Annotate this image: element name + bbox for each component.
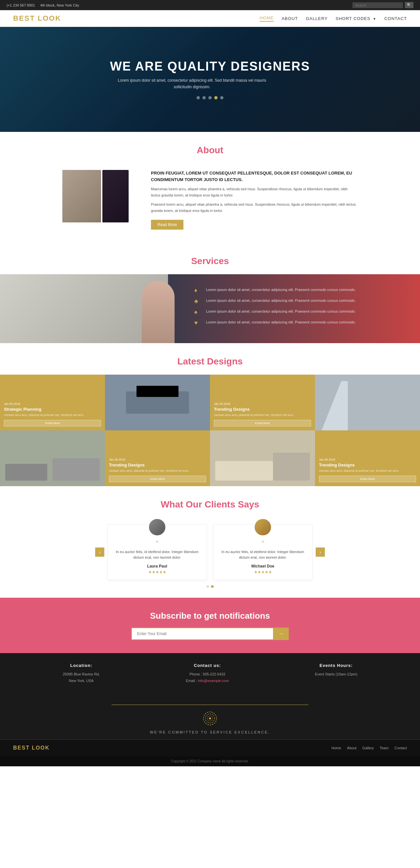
about-title: About [0, 145, 420, 155]
t-dot-2[interactable] [211, 585, 214, 588]
service-text-3: Lorem ipsum dolor sit amet, consectetur … [206, 309, 356, 314]
top-bar-search[interactable]: 🔍 [352, 2, 414, 8]
phone: (+1 234 567 8901 [6, 3, 35, 7]
nav-home[interactable]: HOME [260, 16, 274, 22]
know-more-btn-8[interactable]: Know More [319, 476, 416, 482]
subscribe-form: → [131, 627, 289, 640]
hero-dot-5[interactable] [220, 96, 223, 99]
footer-nav-gallery[interactable]: Gallery [362, 746, 374, 750]
subscribe-button[interactable]: → [274, 627, 289, 640]
testimonial-prev[interactable]: ‹ [95, 548, 104, 557]
testimonial-stars-1: ★★★★★ [113, 570, 201, 575]
hero-dot-4[interactable] [214, 96, 217, 99]
hero-dots [110, 96, 310, 99]
testimonials-wrapper-outer: ‹ " In eu auctor felis, id eleifend dolo… [0, 518, 420, 598]
know-more-btn-1[interactable]: Know More [4, 420, 101, 427]
main-nav: HOME ABOUT GALLERY SHORT CODES ▼ CONTACT [260, 16, 407, 22]
design-overlay-1: Jan.05.2018 Strategic Planning Aenean ar… [0, 375, 105, 430]
address: 4th block, New York City [40, 3, 80, 7]
testimonial-stars-2: ★★★★★ [219, 570, 307, 575]
service-item-2: ♣ Lorem ipsum dolor sit amet, consectetu… [194, 298, 410, 305]
design-desc-6: Aenean arcu arcu, placerat at pulvinar n… [109, 469, 206, 473]
design-photo-stairs [315, 375, 420, 430]
svg-rect-2 [137, 386, 179, 397]
services-banner: ♦ Lorem ipsum dolor sit amet, consectetu… [0, 274, 420, 343]
service-text-4: Lorem ipsum dolor sit amet, consectetur … [206, 319, 356, 325]
nav-shortcodes[interactable]: SHORT CODES ▼ [336, 16, 377, 21]
design-card-1: Jan.05.2018 Strategic Planning Aenean ar… [0, 375, 105, 430]
testimonial-next[interactable]: › [316, 548, 325, 557]
footer-nav-team[interactable]: Team [380, 746, 389, 750]
about-content: PROIN FEUGIAT, LOREM UT CONSEQUAT PELLEN… [0, 163, 420, 243]
hero-dot-1[interactable] [197, 96, 200, 99]
design-card-6: Jan.08.2018 Trending Designs Aenean arcu… [105, 430, 210, 486]
nav-about[interactable]: ABOUT [281, 16, 298, 21]
footer-logo-center: We're Committed to Service Excellence. [0, 694, 420, 739]
footer-hours-text: Event Starts (10am-12pm) [315, 671, 357, 678]
about-image-1 [62, 170, 101, 222]
nav-contact[interactable]: CONTACT [384, 16, 407, 21]
testimonial-avatar-2 [253, 518, 272, 536]
footer-email: Email : info@example.com [186, 678, 229, 684]
subscribe-section: Subscribe to get notifications → [0, 598, 420, 653]
top-bar: (+1 234 567 8901 4th block, New York Cit… [0, 0, 420, 10]
read-more-button[interactable]: Read More [151, 220, 183, 229]
service-item-3: ♠ Lorem ipsum dolor sit amet, consectetu… [194, 309, 410, 316]
design-date-8: Jan.05.2018 [319, 458, 416, 461]
about-para2: Praesent lorem arcu, aliquet vitae phare… [151, 202, 358, 214]
testimonials-wrapper: ‹ " In eu auctor felis, id eleifend dolo… [95, 524, 325, 580]
design-desc-8: Aenean arcu arcu, placerat at pulvinar n… [319, 469, 416, 473]
design-overlay-8: Jan.05.2018 Trending Designs Aenean arcu… [315, 430, 420, 486]
design-card-3: Jan.25.2018 Trending Designs Aenean arcu… [210, 375, 315, 430]
about-images [62, 170, 141, 222]
t-dot-1[interactable] [206, 585, 209, 588]
testimonials-section: What Our Clients Says ‹ " In eu auctor f… [0, 499, 420, 598]
subscribe-email-input[interactable] [131, 627, 274, 640]
service-item-4: ♥ Lorem ipsum dolor sit amet, consectetu… [194, 319, 410, 327]
service-item-1: ♦ Lorem ipsum dolor sit amet, consectetu… [194, 287, 410, 294]
svg-rect-7 [53, 458, 100, 480]
footer-hours: Events Hours: Event Starts (10am-12pm) [315, 663, 357, 684]
hero-dot-3[interactable] [208, 96, 212, 99]
footer-hours-label: Events Hours: [315, 663, 357, 668]
designs-grid: Jan.05.2018 Strategic Planning Aenean ar… [0, 375, 420, 486]
svg-rect-9 [215, 461, 273, 480]
testimonials-title: What Our Clients Says [0, 499, 420, 510]
hero-title: WE ARE QUALITY DESIGNERS [110, 59, 310, 73]
design-desc-3: Aenean arcu arcu, placerat at pulvinar n… [214, 413, 311, 417]
logo: BEST LOOK [13, 14, 61, 23]
footer-contact: Contact us: Phone : 505-222-5432 Email :… [186, 663, 229, 684]
design-photo-bedroom [105, 375, 210, 430]
nav-gallery[interactable]: GALLERY [306, 16, 328, 21]
design-date-3: Jan.25.2018 [214, 402, 311, 405]
top-bar-contact: (+1 234 567 8901 4th block, New York Cit… [6, 3, 79, 7]
footer-nav-home[interactable]: Home [331, 746, 341, 750]
footer-bottom-nav: Home About Gallery Team Contact [331, 746, 407, 750]
testimonial-text-1: In eu auctor felis, id eleifend dolor. I… [113, 549, 201, 561]
quote-icon-2: " [219, 539, 307, 547]
avatar-2 [253, 518, 272, 536]
search-input[interactable] [352, 2, 403, 8]
hero-dot-2[interactable] [203, 96, 206, 99]
testimonial-dots [20, 585, 400, 588]
know-more-btn-3[interactable]: Know More [214, 420, 311, 427]
services-right-panel: ♦ Lorem ipsum dolor sit amet, consectetu… [168, 274, 420, 343]
design-overlay-3: Jan.25.2018 Trending Designs Aenean arcu… [210, 375, 315, 430]
hero-content: WE ARE QUALITY DESIGNERS Lorem ipsum dol… [110, 59, 310, 99]
testimonial-text-2: In eu auctor felis, id eleifend dolor. I… [219, 549, 307, 561]
design-photo-living1 [0, 430, 105, 486]
avatar-1 [148, 518, 167, 536]
footer-tagline: We're Committed to Service Excellence. [5, 730, 415, 734]
testimonial-name-2: Michael Doe [219, 564, 307, 568]
testimonial-card-2: " In eu auctor felis, id eleifend dolor.… [213, 524, 312, 580]
search-button[interactable]: 🔍 [405, 2, 414, 8]
design-date-6: Jan.08.2018 [109, 458, 206, 461]
footer-nav-about[interactable]: About [347, 746, 357, 750]
know-more-btn-6[interactable]: Know More [109, 476, 206, 482]
footer-email-link[interactable]: info@example.com [198, 679, 229, 683]
footer-nav-contact[interactable]: Contact [394, 746, 407, 750]
quote-icon-1: " [113, 539, 201, 547]
design-date-1: Jan.05.2018 [4, 402, 101, 405]
svg-rect-6 [5, 464, 47, 480]
design-title-8: Trending Designs [319, 463, 416, 467]
